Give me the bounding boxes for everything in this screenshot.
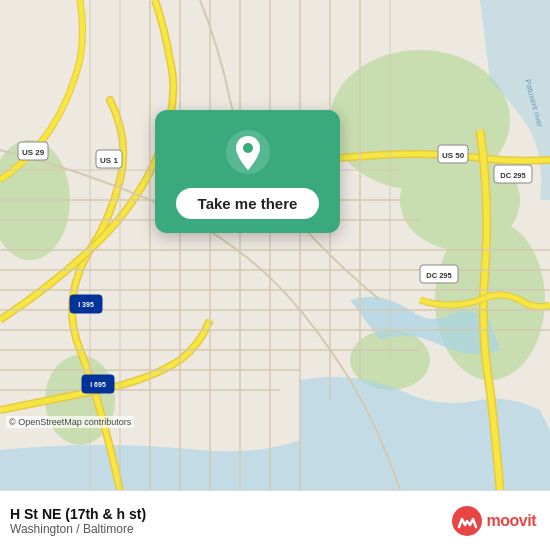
svg-point-45 [243,143,253,153]
location-name: H St NE (17th & h st) [10,506,146,522]
map-container: US 1 US 29 US 50 I 395 DC 295 DC 295 I 6… [0,0,550,490]
bottom-bar: H St NE (17th & h st) Washington / Balti… [0,490,550,550]
location-card[interactable]: Take me there [155,110,340,233]
take-me-there-button[interactable]: Take me there [176,188,320,219]
location-info: H St NE (17th & h st) Washington / Balti… [10,506,146,536]
moovit-icon [451,505,483,537]
svg-text:US 29: US 29 [22,148,45,157]
svg-text:I 395: I 395 [78,301,94,308]
svg-text:DC 295: DC 295 [426,271,451,280]
location-pin-icon [224,128,272,176]
svg-text:I 695: I 695 [90,381,106,388]
location-city: Washington / Baltimore [10,522,146,536]
svg-text:US 1: US 1 [100,156,118,165]
moovit-text: moovit [487,512,536,530]
moovit-logo[interactable]: moovit [451,505,536,537]
svg-text:US 50: US 50 [442,151,465,160]
svg-text:DC 295: DC 295 [500,171,525,180]
map-attribution: © OpenStreetMap contributors [6,416,134,428]
